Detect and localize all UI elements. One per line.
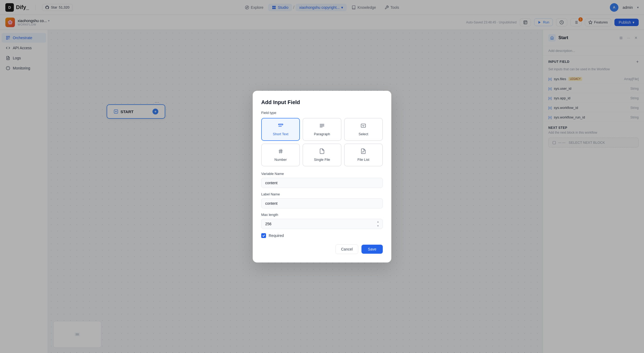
- modal-title: Add Input Field: [261, 99, 383, 105]
- select-label: Select: [359, 132, 368, 136]
- variable-name-group: Variable Name: [261, 172, 383, 188]
- label-name-input[interactable]: [261, 198, 383, 208]
- paragraph-label: Paragraph: [314, 132, 330, 136]
- max-length-label: Max length: [261, 213, 383, 217]
- variable-name-label: Variable Name: [261, 172, 383, 176]
- label-name-label: Label Name: [261, 192, 383, 196]
- file-list-icon: [360, 148, 366, 155]
- type-short-text[interactable]: Short Text: [261, 118, 300, 141]
- type-file-list[interactable]: File List: [344, 143, 383, 166]
- label-name-group: Label Name: [261, 192, 383, 208]
- select-icon: [360, 123, 366, 130]
- svg-line-37: [280, 149, 280, 153]
- single-file-label: Single File: [314, 158, 330, 162]
- add-input-field-modal: Add Input Field Field type Short Text Pa…: [253, 91, 391, 262]
- stepper-buttons: ▲ ▼: [376, 220, 380, 228]
- required-label: Required: [269, 233, 284, 238]
- checkmark-icon: [262, 234, 265, 237]
- save-button[interactable]: Save: [361, 245, 383, 254]
- required-checkbox[interactable]: [261, 233, 266, 238]
- svg-rect-34: [361, 124, 366, 127]
- paragraph-icon: [319, 123, 325, 130]
- type-paragraph[interactable]: Paragraph: [303, 118, 341, 141]
- field-type-label: Field type: [261, 111, 383, 115]
- variable-name-input[interactable]: [261, 178, 383, 188]
- short-text-label: Short Text: [273, 132, 288, 136]
- number-icon: [278, 148, 284, 155]
- svg-line-38: [281, 149, 281, 153]
- required-row: Required: [261, 233, 383, 238]
- type-select[interactable]: Select: [344, 118, 383, 141]
- single-file-icon: [319, 148, 325, 155]
- short-text-icon: [278, 123, 284, 130]
- cancel-button[interactable]: Cancel: [335, 244, 358, 254]
- max-length-group: Max length ▲ ▼: [261, 213, 383, 229]
- number-label: Number: [275, 158, 287, 162]
- modal-actions: Cancel Save: [261, 244, 383, 254]
- modal-overlay[interactable]: Add Input Field Field type Short Text Pa…: [0, 0, 644, 353]
- type-number[interactable]: Number: [261, 143, 300, 166]
- file-list-label: File List: [357, 158, 369, 162]
- type-grid: Short Text Paragraph Select Number: [261, 118, 383, 166]
- stepper-down-button[interactable]: ▼: [376, 224, 380, 228]
- max-length-input[interactable]: [261, 219, 383, 229]
- svg-rect-28: [278, 124, 283, 125]
- stepper-up-button[interactable]: ▲: [376, 220, 380, 224]
- max-length-wrapper: ▲ ▼: [261, 219, 383, 229]
- type-single-file[interactable]: Single File: [303, 143, 341, 166]
